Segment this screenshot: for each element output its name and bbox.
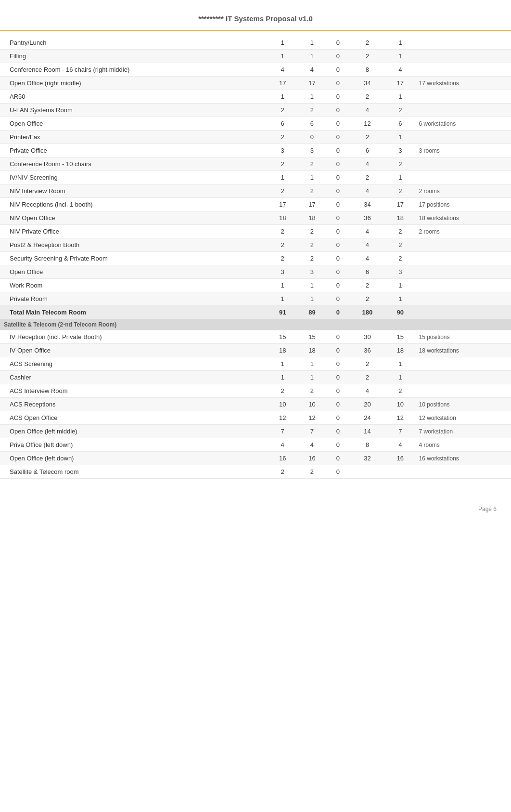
header-title: ********* IT Systems Proposal v1.0	[198, 14, 313, 23]
row-value: 4	[385, 63, 415, 77]
row-name: Open Office (left middle)	[0, 425, 268, 438]
row-value: 2	[268, 131, 297, 144]
row-value: 1	[297, 279, 327, 292]
row-value: 1	[297, 90, 327, 104]
table-row: ACS Interview Room22042	[0, 384, 511, 398]
row-value: 2	[297, 225, 327, 238]
row-value: 1	[385, 279, 415, 292]
row-notes: 12 workstation	[415, 411, 511, 425]
row-notes: 3 rooms	[415, 144, 511, 157]
row-value: 0	[327, 225, 349, 238]
row-value: 4	[349, 184, 386, 198]
row-value: 2	[297, 238, 327, 252]
row-name: IV Reception (incl. Private Booth)	[0, 330, 268, 344]
row-notes	[415, 36, 511, 50]
row-value: 2	[349, 131, 386, 144]
row-name: Open Office (left down)	[0, 452, 268, 465]
row-value: 2	[297, 465, 327, 479]
table-row: NIV Interview Room220422 rooms	[0, 184, 511, 198]
row-value: 4	[349, 252, 386, 265]
row-value: 4	[349, 157, 386, 171]
row-value: 1	[268, 90, 297, 104]
row-notes	[415, 104, 511, 117]
table-row: Open Office6601266 workstations	[0, 117, 511, 131]
row-value: 2	[385, 184, 415, 198]
row-notes: 17 workstations	[415, 77, 511, 90]
row-notes	[415, 171, 511, 184]
row-notes	[415, 306, 511, 319]
row-value: 2	[268, 184, 297, 198]
row-value: 4	[349, 225, 386, 238]
row-value: 2	[349, 357, 386, 371]
row-value: 34	[349, 198, 386, 211]
row-name: Total Main Telecom Room	[0, 306, 268, 319]
page-header: ********* IT Systems Proposal v1.0	[0, 10, 511, 31]
row-value: 17	[297, 77, 327, 90]
table-row: Total Main Telecom Room9189018090	[0, 306, 511, 319]
row-value: 2	[385, 238, 415, 252]
row-value: 0	[327, 50, 349, 63]
row-value: 17	[385, 198, 415, 211]
row-value: 0	[327, 211, 349, 225]
row-value: 3	[297, 265, 327, 279]
table-row: Cashier11021	[0, 371, 511, 384]
section-header-cell: Satellite & Telecom (2-nd Telecom Room)	[0, 319, 511, 330]
row-value: 0	[327, 398, 349, 411]
row-notes: 7 workstation	[415, 425, 511, 438]
row-name: Security Screening & Private Room	[0, 252, 268, 265]
row-value: 16	[268, 452, 297, 465]
row-value: 0	[327, 36, 349, 50]
main-table: Pantry/Lunch11021Filling11021Conference …	[0, 36, 511, 479]
row-value: 0	[327, 144, 349, 157]
row-value: 20	[349, 398, 386, 411]
row-value: 4	[349, 104, 386, 117]
row-value: 7	[297, 425, 327, 438]
row-value: 34	[349, 77, 386, 90]
row-value: 0	[327, 384, 349, 398]
row-value: 0	[297, 131, 327, 144]
row-value: 1	[385, 357, 415, 371]
row-value	[349, 465, 386, 479]
row-value: 2	[268, 252, 297, 265]
table-row: IV Open Office18180361818 workstations	[0, 344, 511, 357]
row-value: 12	[297, 411, 327, 425]
row-name: Cashier	[0, 371, 268, 384]
row-value: 7	[268, 425, 297, 438]
row-value: 1	[385, 131, 415, 144]
row-value: 3	[385, 144, 415, 157]
table-row: ACS Screening11021	[0, 357, 511, 371]
row-value: 0	[327, 198, 349, 211]
row-value: 6	[268, 117, 297, 131]
row-value: 18	[385, 211, 415, 225]
row-name: Conference Room - 10 chairs	[0, 157, 268, 171]
row-value: 0	[327, 465, 349, 479]
row-name: Printer/Fax	[0, 131, 268, 144]
row-notes: 18 workstations	[415, 211, 511, 225]
table-row: IV Reception (incl. Private Booth)151503…	[0, 330, 511, 344]
row-value: 4	[349, 384, 386, 398]
row-value: 8	[349, 63, 386, 77]
row-value: 0	[327, 330, 349, 344]
row-value: 0	[327, 104, 349, 117]
row-notes: 4 rooms	[415, 438, 511, 452]
row-value: 1	[268, 36, 297, 50]
row-name: Open Office	[0, 265, 268, 279]
table-row: AR5011021	[0, 90, 511, 104]
row-value: 2	[385, 104, 415, 117]
row-value: 10	[297, 398, 327, 411]
row-value: 16	[385, 452, 415, 465]
table-row: Security Screening & Private Room22042	[0, 252, 511, 265]
row-value: 6	[349, 265, 386, 279]
row-value: 18	[268, 344, 297, 357]
row-value: 18	[297, 344, 327, 357]
row-value: 0	[327, 306, 349, 319]
row-value: 24	[349, 411, 386, 425]
row-value: 3	[268, 144, 297, 157]
page-number: Page 6	[478, 506, 497, 512]
row-value: 180	[349, 306, 386, 319]
table-row: Satellite & Telecom (2-nd Telecom Room)	[0, 319, 511, 330]
row-notes: 17 positions	[415, 198, 511, 211]
table-row: NIV Private Office220422 rooms	[0, 225, 511, 238]
row-name: U-LAN Systems Room	[0, 104, 268, 117]
row-value: 0	[327, 131, 349, 144]
